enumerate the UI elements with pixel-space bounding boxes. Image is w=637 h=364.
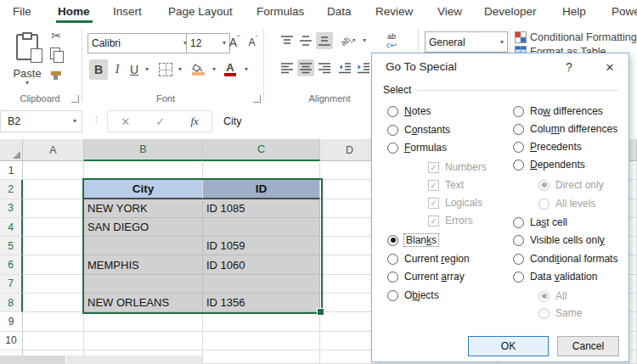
row-header-10[interactable]: 10 — [0, 332, 23, 350]
option-dependents[interactable]: Dependents — [513, 158, 585, 171]
row-header-9[interactable]: 9 — [0, 312, 23, 331]
cut-button[interactable]: ✂ — [47, 28, 65, 43]
tab-power[interactable]: Powe — [612, 5, 637, 18]
column-header-C[interactable]: C — [203, 139, 320, 161]
cell-B1[interactable] — [84, 161, 203, 180]
cell-C3[interactable]: ID 1085 — [203, 199, 320, 218]
tab-file[interactable]: File — [13, 5, 31, 18]
clipboard-dialog-launcher-icon[interactable] — [71, 95, 79, 103]
orientation-dropdown[interactable]: ▾ — [360, 32, 369, 49]
cell-B5[interactable] — [84, 237, 203, 255]
middle-align-button[interactable] — [297, 32, 314, 49]
option-notes[interactable]: Notes — [387, 104, 431, 118]
align-right-button[interactable] — [316, 59, 333, 76]
row-header-5[interactable]: 5 — [0, 237, 23, 255]
font-color-dropdown[interactable]: ▾ — [241, 59, 251, 80]
option-last-cell[interactable]: Last cell — [513, 216, 567, 229]
name-box[interactable]: B2 ▾ — [0, 110, 82, 132]
option-row-differences[interactable]: Row differences — [513, 104, 603, 118]
cancel-button[interactable]: Cancel — [557, 336, 619, 356]
underline-dropdown[interactable]: ▾ — [142, 59, 152, 80]
cell-A6[interactable] — [23, 255, 84, 274]
borders-dropdown[interactable]: ▾ — [175, 59, 185, 80]
cell-B7[interactable] — [84, 275, 203, 294]
column-header-A[interactable]: A — [23, 139, 84, 161]
tab-help[interactable]: Help — [562, 5, 586, 18]
row-header-4[interactable]: 4 — [0, 218, 23, 237]
cell-B8[interactable]: NEW ORLEANS — [84, 294, 203, 312]
tab-insert[interactable]: Insert — [113, 5, 142, 18]
dialog-help-button[interactable]: ? — [556, 58, 582, 76]
option-precedents[interactable]: Precedents — [513, 140, 582, 154]
cell-C2[interactable]: ID — [203, 180, 320, 199]
cell-A7[interactable] — [23, 275, 84, 294]
option-current-region[interactable]: Current region — [387, 252, 470, 266]
cell-C9[interactable] — [203, 312, 320, 331]
option-objects[interactable]: Objects — [387, 288, 439, 302]
row-header-1[interactable]: 1 — [0, 161, 23, 180]
row-header-6[interactable]: 6 — [0, 255, 23, 274]
option-column-differences[interactable]: Column differences — [513, 122, 617, 136]
format-painter-button[interactable] — [47, 66, 65, 80]
cell-B2-active[interactable]: City — [84, 180, 203, 199]
option-current-array[interactable]: Current array — [387, 270, 465, 283]
cell-B3[interactable]: NEW YORK — [84, 199, 203, 218]
font-dialog-launcher-icon[interactable] — [253, 95, 261, 103]
cell-C7[interactable] — [203, 275, 320, 294]
tab-home[interactable]: Home — [58, 5, 90, 18]
cell-C8[interactable]: ID 1356 — [203, 294, 320, 312]
cell-A9[interactable] — [23, 312, 84, 331]
tab-page-layout[interactable]: Page Layout — [168, 5, 233, 18]
bold-button[interactable]: B — [89, 59, 108, 80]
cell-B9[interactable] — [84, 312, 203, 331]
option-conditional-formats[interactable]: Conditional formats — [513, 252, 617, 266]
row-header-7[interactable]: 7 — [0, 275, 23, 294]
row-header-8[interactable]: 8 — [0, 294, 23, 312]
grow-font-button[interactable]: Aˆ — [226, 33, 243, 52]
cell-A4[interactable] — [23, 218, 84, 237]
cell-A8[interactable] — [23, 294, 84, 312]
align-left-button[interactable] — [279, 59, 296, 76]
align-center-button[interactable] — [297, 59, 314, 76]
top-align-button[interactable] — [279, 32, 296, 49]
tab-review[interactable]: Review — [375, 5, 413, 18]
wrap-text-button[interactable]: ab c↩ — [381, 31, 403, 51]
enter-entry-button[interactable]: ✓ — [155, 115, 165, 128]
copy-button[interactable] — [48, 47, 66, 62]
font-name-combobox[interactable]: Calibri ▾ — [87, 33, 191, 53]
number-format-combobox[interactable]: General ▾ — [425, 31, 508, 53]
tab-developer[interactable]: Developer — [484, 5, 537, 18]
fill-color-button[interactable] — [189, 59, 207, 80]
orientation-button[interactable]: ab ↗ — [338, 32, 358, 49]
cell-A2[interactable] — [23, 180, 84, 199]
option-blanks[interactable]: Blanks — [387, 233, 438, 247]
decrease-indent-button[interactable] — [336, 59, 353, 76]
tab-data[interactable]: Data — [327, 5, 352, 18]
shrink-font-button[interactable]: Aˇ — [245, 33, 262, 52]
cell-C4[interactable] — [203, 218, 320, 237]
increase-indent-button[interactable] — [355, 59, 372, 76]
cell-C1[interactable] — [203, 161, 320, 180]
option-formulas[interactable]: Formulas — [387, 141, 447, 154]
row-header-3[interactable]: 3 — [0, 199, 23, 218]
insert-function-button[interactable]: fx — [190, 115, 198, 128]
underline-button[interactable]: U — [127, 59, 142, 80]
option-data-validation[interactable]: Data validation — [513, 270, 597, 283]
cell-A3[interactable] — [23, 199, 84, 218]
cancel-entry-button[interactable]: ✕ — [121, 115, 130, 128]
cell-A5[interactable] — [23, 237, 84, 255]
column-header-B[interactable]: B — [84, 139, 203, 161]
cell-A10[interactable] — [23, 332, 84, 350]
conditional-formatting-button[interactable]: Conditional Formatting — [515, 30, 637, 44]
italic-button[interactable]: I — [110, 59, 125, 80]
font-color-button[interactable]: A — [221, 59, 240, 80]
select-all-corner[interactable] — [0, 139, 23, 161]
cell-B6[interactable]: MEMPHIS — [84, 255, 203, 274]
font-size-combobox[interactable]: 12 ▾ — [186, 33, 230, 53]
option-constants[interactable]: Constants — [387, 123, 450, 137]
row-header-2[interactable]: 2 — [0, 180, 23, 199]
bottom-align-button[interactable] — [316, 32, 333, 49]
dialog-close-button[interactable]: ✕ — [595, 58, 624, 76]
cell-C6[interactable]: ID 1060 — [203, 255, 320, 274]
borders-button[interactable] — [156, 59, 175, 80]
